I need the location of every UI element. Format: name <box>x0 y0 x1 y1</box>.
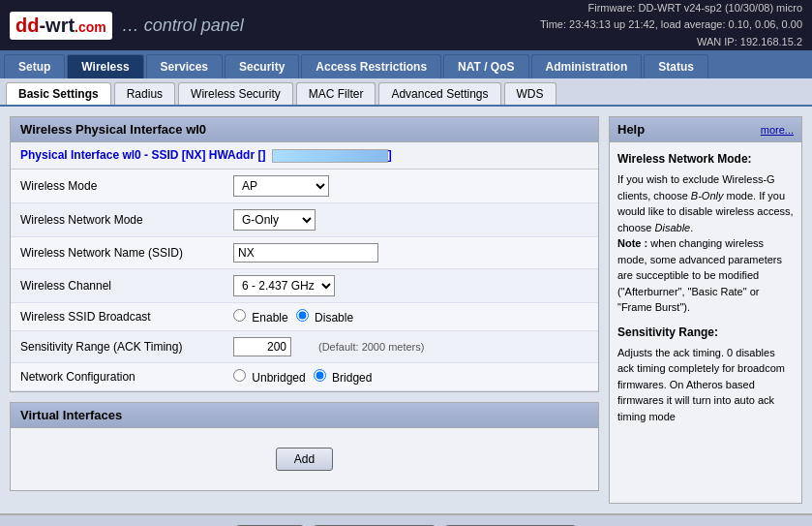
control-panel-text: … control panel <box>122 15 244 36</box>
add-button[interactable]: Add <box>276 448 333 471</box>
help-more-link[interactable]: more... <box>761 124 794 136</box>
main-tab-services[interactable]: Services <box>146 54 223 78</box>
help-header: Help more... <box>610 117 801 142</box>
sensitivity-control: (Default: 2000 meters) <box>233 337 424 356</box>
wireless-network-mode-label: Wireless Network Mode <box>20 213 233 227</box>
logo-dd: dd <box>15 15 39 36</box>
unbridged-label[interactable]: Unbridged <box>233 369 306 385</box>
enable-radio[interactable] <box>233 309 246 322</box>
help-section-1-text: If you wish to exclude Wireless-G client… <box>617 171 794 316</box>
disable-radio[interactable] <box>296 309 309 322</box>
virtual-interfaces-header: Virtual Interfaces <box>11 403 598 428</box>
wan-ip-text: WAN IP: 192.168.15.2 <box>540 34 802 51</box>
main-tab-access-restrictions[interactable]: Access Restrictions <box>301 54 441 78</box>
wireless-mode-control: AP Client Client Bridge Adhoc <box>233 175 329 197</box>
ssid-input[interactable] <box>233 243 378 263</box>
ssid-bar <box>272 149 388 163</box>
sub-tab-advanced-settings[interactable]: Advanced Settings <box>378 82 500 105</box>
sub-tab-basic-settings[interactable]: Basic Settings <box>6 82 111 105</box>
sub-tab-mac-filter[interactable]: MAC Filter <box>296 82 376 105</box>
main-tab-status[interactable]: Status <box>644 54 708 78</box>
main-tab-wireless[interactable]: Wireless <box>67 54 143 78</box>
help-section-1-heading: Wireless Network Mode: <box>617 150 794 168</box>
help-content: Wireless Network Mode: If you wish to ex… <box>610 142 801 432</box>
virtual-interfaces-content: Add <box>11 428 598 490</box>
channel-control: 1 - 2.412 GHz 2 - 2.417 GHz 3 - 2.422 GH… <box>233 275 335 296</box>
ssid-broadcast-label: Wireless SSID Broadcast <box>20 310 233 324</box>
network-config-control: Unbridged Bridged <box>233 369 372 385</box>
header-info: Firmware: DD-WRT v24-sp2 (10/30/08) micr… <box>540 0 802 50</box>
help-section-2-heading: Sensitivity Range: <box>617 324 794 341</box>
virtual-interfaces-section: Virtual Interfaces Add <box>10 402 599 491</box>
channel-select[interactable]: 1 - 2.412 GHz 2 - 2.417 GHz 3 - 2.422 GH… <box>233 275 335 296</box>
disable-label[interactable]: Disable <box>296 309 353 325</box>
sensitivity-input[interactable] <box>233 337 291 356</box>
sub-tab-radius[interactable]: Radius <box>114 82 175 105</box>
channel-label: Wireless Channel <box>20 279 233 293</box>
logo-wrt: -wrt <box>39 15 75 36</box>
main-nav: SetupWirelessServicesSecurityAccess Rest… <box>0 50 812 78</box>
ssid-row: Wireless Network Name (SSID) <box>11 237 598 269</box>
content-area: Wireless Physical Interface wl0 Physical… <box>0 107 812 513</box>
bridged-radio[interactable] <box>314 369 326 382</box>
wireless-mode-label: Wireless Mode <box>20 179 233 193</box>
ssid-control <box>233 243 378 263</box>
wireless-network-mode-row: Wireless Network Mode Mixed B-Only G-Onl… <box>11 203 598 237</box>
wireless-mode-select[interactable]: AP Client Client Bridge Adhoc <box>233 175 329 197</box>
sub-nav: Basic SettingsRadiusWireless SecurityMAC… <box>0 78 812 107</box>
disable-text: Disable <box>315 311 353 325</box>
wireless-network-mode-control: Mixed B-Only G-Only NG-Mixed N-Only Disa… <box>233 209 316 231</box>
time-text: Time: 23:43:13 up 21:42, load average: 0… <box>540 16 802 34</box>
enable-text: Enable <box>252 311 287 325</box>
sub-tab-wireless-security[interactable]: Wireless Security <box>178 82 293 105</box>
firmware-text: Firmware: DD-WRT v24-sp2 (10/30/08) micr… <box>540 0 802 16</box>
help-panel: Help more... Wireless Network Mode: If y… <box>609 116 802 504</box>
help-section-2-text: Adjusts the ack timing. 0 disables ack t… <box>617 345 794 425</box>
section-header: Wireless Physical Interface wl0 <box>11 117 598 142</box>
wireless-mode-row: Wireless Mode AP Client Client Bridge Ad… <box>11 170 598 203</box>
network-config-row: Network Configuration Unbridged Bridged <box>11 363 598 391</box>
unbridged-text: Unbridged <box>252 371 305 385</box>
main-panel: Wireless Physical Interface wl0 Physical… <box>10 116 599 504</box>
physical-interface-section: Wireless Physical Interface wl0 Physical… <box>10 116 599 392</box>
main-tab-nat-qos[interactable]: NAT / QoS <box>443 54 528 78</box>
help-title: Help <box>617 122 645 137</box>
logo-com: .com <box>75 19 106 35</box>
main-tab-security[interactable]: Security <box>225 54 299 78</box>
network-config-label: Network Configuration <box>20 370 233 384</box>
bridged-text: Bridged <box>332 371 372 385</box>
ssid-label: Wireless Network Name (SSID) <box>20 246 233 260</box>
main-tab-administration[interactable]: Administration <box>531 54 643 78</box>
phy-interface-label: Physical Interface wl0 - SSID [NX] HWAdd… <box>20 148 261 162</box>
footer: Save Apply Settings Cancel Changes <box>0 513 812 526</box>
enable-label[interactable]: Enable <box>233 309 288 325</box>
channel-row: Wireless Channel 1 - 2.412 GHz 2 - 2.417… <box>11 269 598 303</box>
sub-tab-wds[interactable]: WDS <box>504 82 556 105</box>
sensitivity-label: Sensitivity Range (ACK Timing) <box>20 340 233 354</box>
sensitivity-row: Sensitivity Range (ACK Timing) (Default:… <box>11 331 598 363</box>
ssid-broadcast-row: Wireless SSID Broadcast Enable Disable <box>11 303 598 331</box>
phy-interface-row: Physical Interface wl0 - SSID [NX] HWAdd… <box>11 142 598 170</box>
wireless-network-mode-select[interactable]: Mixed B-Only G-Only NG-Mixed N-Only Disa… <box>233 209 316 231</box>
ssid-broadcast-control: Enable Disable <box>233 309 353 325</box>
unbridged-radio[interactable] <box>233 369 246 382</box>
main-tab-setup[interactable]: Setup <box>4 54 65 78</box>
bridged-label[interactable]: Bridged <box>314 369 373 385</box>
sensitivity-hint: (Default: 2000 meters) <box>318 341 424 353</box>
